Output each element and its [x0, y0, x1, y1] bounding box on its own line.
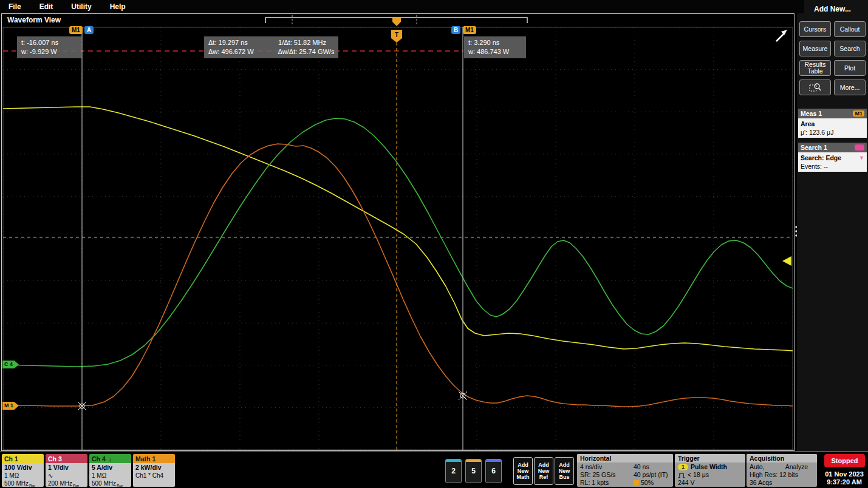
search1-badge — [855, 144, 864, 151]
trigger-position-icon — [634, 480, 639, 486]
search1-events: Events: -- — [801, 162, 864, 171]
channel-6-button[interactable]: 6 — [485, 459, 502, 483]
ch4-bw-value: 500 MHz — [92, 480, 116, 487]
add-new-button-grid: Cursors Callout Measure Search Results T… — [797, 21, 868, 95]
trigger-position-percent: 50% — [634, 479, 670, 487]
cursor-b-badge[interactable]: B — [451, 26, 460, 34]
zoom-box-button[interactable] — [799, 80, 831, 95]
delta-slope: Δw/Δt: 25.74 GW/s — [278, 48, 334, 55]
channel-badge-math1[interactable]: Math 1 2 kW/div Ch1 * Ch4 — [133, 454, 175, 487]
cursor-b-source-badge[interactable]: M1 — [463, 26, 476, 34]
trigger-level-arrow-icon[interactable] — [782, 256, 791, 266]
acquisition-panel[interactable]: Acquisition Auto, Analyze High Res: 12 b… — [747, 454, 817, 487]
trigger-source-badge: 1 — [678, 464, 688, 470]
meas1-header: Meas 1 M1 — [798, 109, 867, 118]
menu-edit[interactable]: Edit — [39, 2, 53, 11]
cursor-a-badge[interactable]: A — [84, 26, 94, 34]
ch3-label: Ch 3 — [48, 455, 62, 463]
channel-badge-ch1[interactable]: Ch 1 100 V/div 1 MΩ 500 MHzBw — [2, 454, 44, 487]
acq-count: 36 Acqs — [750, 479, 814, 487]
meas1-value: μ': 123.6 μJ — [801, 128, 864, 137]
math1-label: Math 1 — [135, 455, 155, 463]
menu-help[interactable]: Help — [110, 2, 126, 11]
horizontal-window: 40 ns — [634, 463, 670, 471]
delta-time: Δt: 19.297 ns — [208, 38, 276, 47]
pointer-arrow-icon — [776, 30, 787, 41]
sample-rate: SR: 25 GS/s — [580, 471, 634, 479]
pulse-width-icon — [678, 472, 685, 478]
cursor-a-time: t: -16.007 ns — [21, 38, 77, 47]
ch1-label: Ch 1 — [4, 455, 18, 463]
ch3-bw-value: 200 MHz — [48, 480, 72, 487]
trigger-panel[interactable]: Trigger 1 Pulse Width < 18 μs 244 V — [675, 454, 745, 487]
channel-badge-ch3[interactable]: Ch 3 1 V/div ∿ 200 MHzBw — [46, 454, 87, 487]
channel-5-button[interactable]: 5 — [465, 459, 482, 483]
add-new-math-button[interactable]: Add New Math — [513, 457, 533, 485]
ch5-color-stripe — [466, 459, 481, 462]
search1-header: Search 1 — [798, 143, 867, 152]
cursor-a-source-badge[interactable]: M1 — [69, 26, 83, 34]
search1-title: Search 1 — [801, 144, 827, 151]
trace-ch1[interactable] — [3, 107, 793, 351]
ch3-bandwidth: 200 MHzBw — [48, 480, 85, 487]
meas1-type: Area — [801, 120, 864, 128]
cursors-button[interactable]: Cursors — [799, 21, 831, 37]
horizontal-panel[interactable]: Horizontal 4 ns/div 40 ns SR: 25 GS/s 40… — [577, 454, 673, 487]
ch1-header: Ch 1 — [2, 454, 44, 463]
cursor-a-readout: t: -16.007 ns w: -9.929 W — [17, 36, 81, 58]
meas1-source-badge: M1 — [853, 110, 864, 117]
search1-type: Search: Edge — [801, 154, 841, 162]
cursor-a-value: w: -9.929 W — [21, 47, 77, 56]
ch6-color-stripe — [486, 459, 501, 462]
ch4-impedance: 1 MΩ — [92, 472, 129, 480]
menu-utility[interactable]: Utility — [71, 2, 91, 11]
ch3-settings: 1 V/div ∿ 200 MHzBw — [46, 463, 87, 487]
minimap-trigger-marker-icon[interactable] — [392, 17, 401, 26]
search1-panel[interactable]: Search 1 Search: Edge ▼ Events: -- — [798, 143, 867, 172]
ch1-bw-value: 500 MHz — [4, 480, 29, 487]
menu-bar: File Edit Utility Help — [0, 0, 804, 13]
add-new-title: Add New... — [797, 5, 868, 13]
channel-badge-ch4[interactable]: Ch 4 ↓ 5 A/div 1 MΩ 500 MHzBw — [89, 454, 131, 487]
bottom-bar: Ch 1 100 V/div 1 MΩ 500 MHzBw Ch 3 1 V/d… — [0, 452, 868, 488]
meas1-panel[interactable]: Meas 1 M1 Area μ': 123.6 μJ — [798, 109, 867, 138]
channel-2-button[interactable]: 2 — [445, 459, 462, 483]
trigger-level: 244 V — [678, 479, 742, 487]
ch3-bw-tag: Bw — [73, 484, 79, 487]
graticule-frame — [3, 27, 793, 450]
plot-button[interactable]: Plot — [834, 60, 866, 76]
horizontal-scale: 4 ns/div — [580, 463, 634, 471]
ch1-impedance: 1 MΩ — [4, 472, 41, 480]
minimap[interactable] — [265, 15, 527, 26]
trigger-flag-label: T — [395, 32, 398, 38]
ch4-scale: 5 A/div — [92, 464, 129, 472]
menu-file[interactable]: File — [9, 2, 21, 11]
ch4-bw-tag: Bw — [117, 484, 123, 487]
meas1-title: Meas 1 — [801, 110, 822, 117]
callout-button[interactable]: Callout — [834, 21, 866, 37]
results-table-button[interactable]: Results Table — [799, 60, 831, 76]
ch3-scale: 1 V/div — [48, 464, 85, 472]
cursor-b-readout: t: 3.290 ns w: 486.743 W — [464, 36, 526, 58]
run-stop-button[interactable]: Stopped — [824, 454, 865, 467]
trigger-flag[interactable]: T — [391, 30, 402, 42]
search-button[interactable]: Search — [834, 41, 866, 56]
add-new-bus-button[interactable]: Add New Bus — [555, 457, 574, 485]
acq-analyze: Analyze — [785, 463, 808, 471]
zoom-box-icon — [809, 83, 821, 92]
more-button[interactable]: More... — [834, 80, 866, 95]
ch1-scale: 100 V/div — [4, 464, 41, 472]
ch3-coupling-icon: ∿ — [48, 472, 85, 480]
waveform-plot[interactable]: T — [0, 0, 868, 488]
add-new-ref-button[interactable]: Add New Ref — [534, 457, 553, 485]
ch6-number: 6 — [491, 467, 496, 475]
cursor-b-time: t: 3.290 ns — [468, 38, 522, 47]
horizontal-title: Horizontal — [577, 454, 673, 463]
ch1-settings: 100 V/div 1 MΩ 500 MHzBw — [2, 463, 44, 487]
measure-button[interactable]: Measure — [799, 41, 831, 56]
ch1-bw-tag: Bw — [29, 484, 35, 487]
graticule-grid — [3, 27, 793, 450]
cursor-b-value: w: 486.743 W — [468, 47, 522, 56]
ch5-number: 5 — [471, 467, 476, 475]
trigger-title: Trigger — [675, 454, 745, 463]
